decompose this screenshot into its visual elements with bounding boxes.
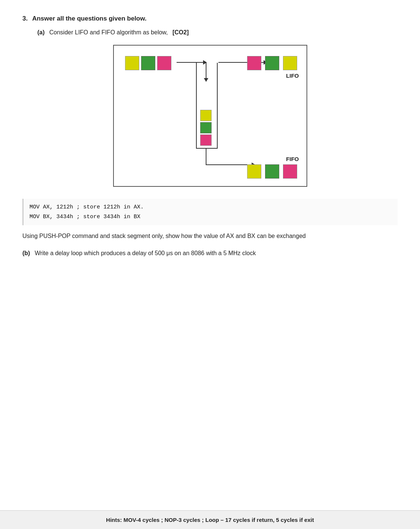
code-line-1: MOV AX, 1212h ; store 1212h in AX. (29, 202, 392, 212)
question-number: 3. Answer all the questions given below. (22, 15, 398, 22)
part-a: (a) Consider LIFO and FIFO algorithm as … (37, 29, 398, 36)
question-num-label: 3. (22, 15, 28, 22)
fifo-sq-green (265, 164, 279, 179)
code-line-2: MOV BX, 3434h ; store 3434h in BX (29, 212, 392, 222)
fifo-output: FIFO (247, 156, 299, 179)
fifo-sq-yellow (247, 164, 261, 179)
part-a-co: [CO2] (172, 29, 189, 35)
part-b-text: Write a delay loop which produces a dela… (35, 250, 256, 256)
part-a-label: (a) (37, 29, 45, 35)
lifo-sq-yellow (283, 56, 297, 70)
fifo-squares (247, 164, 299, 179)
part-a-text: Consider LIFO and FIFO algorithm as belo… (49, 29, 168, 35)
input-square-pink (157, 56, 171, 70)
stack-item-yellow (200, 110, 211, 121)
stack-items (200, 110, 213, 146)
code-block: MOV AX, 1212h ; store 1212h in AX. MOV B… (22, 199, 398, 225)
hints-text: Hints: MOV-4 cycles ; NOP-3 cycles ; Loo… (106, 517, 314, 523)
input-square-yellow (125, 56, 139, 70)
description-text: Using PUSH-POP command and stack segment… (22, 231, 398, 241)
input-squares (125, 56, 173, 70)
question-intro-text: Answer all the questions given below. (32, 15, 146, 22)
lifo-sq-green (265, 56, 279, 70)
lifo-squares (247, 56, 299, 70)
part-b-label: (b) (22, 250, 30, 256)
lifo-output: LIFO (247, 56, 299, 79)
fifo-label: FIFO (247, 156, 299, 162)
fifo-sq-pink (283, 164, 297, 179)
stack-box (196, 63, 218, 149)
hint-bar: Hints: MOV-4 cycles ; NOP-3 cycles ; Loo… (0, 510, 420, 529)
arrow-fifo-vertical (206, 149, 206, 165)
stack-item-green (200, 122, 211, 133)
part-b: (b) Write a delay loop which produces a … (22, 248, 398, 258)
lifo-label: LIFO (286, 72, 299, 79)
input-square-green (141, 56, 155, 70)
stack-item-pink (200, 134, 211, 146)
lifo-sq-pink (247, 56, 261, 70)
lifo-fifo-diagram: LIFO FIFO (113, 45, 307, 187)
